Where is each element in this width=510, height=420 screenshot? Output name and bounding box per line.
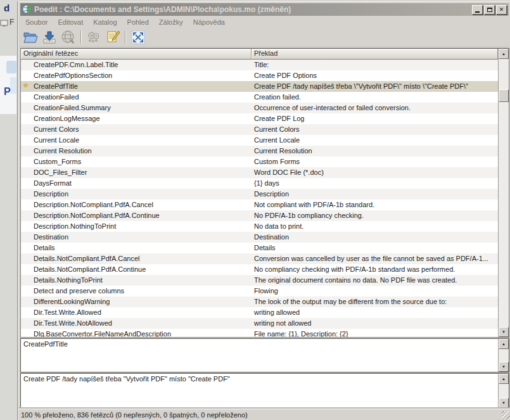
translation-cell[interactable]: Current Colors bbox=[252, 124, 498, 135]
translation-cell[interactable]: No data to print. bbox=[252, 221, 498, 232]
translation-cell[interactable]: Destination bbox=[252, 232, 498, 243]
source-text[interactable]: CreatePdfTitle bbox=[21, 339, 498, 372]
source-string-cell[interactable]: Dlg.BaseConvertor.FileNameAndDescription bbox=[31, 329, 252, 337]
table-row[interactable]: Description.NotCompliant.PdfA.CancelNot … bbox=[21, 200, 498, 210]
scroll-up-icon[interactable]: ▲ bbox=[499, 339, 509, 349]
source-string-cell[interactable]: Description.NothingToPrint bbox=[31, 221, 252, 232]
translation-text-input[interactable]: Create PDF /tady napíšeš třeba "Vytvořit… bbox=[21, 374, 498, 408]
column-header-source[interactable]: Originální řetězec bbox=[21, 49, 252, 60]
table-row[interactable]: Dir.Test.Write.Allowedwriting allowed bbox=[21, 307, 498, 318]
table-row[interactable]: Description.NotCompliant.PdfA.ContinueNo… bbox=[21, 210, 498, 221]
maximize-button[interactable] bbox=[484, 5, 495, 15]
table-row[interactable]: DetailsDetails bbox=[21, 243, 498, 253]
source-string-cell[interactable]: CreationLogMessage bbox=[31, 113, 252, 124]
table-row[interactable]: Current ResolutionCurrent Resolution bbox=[21, 146, 498, 156]
source-string-cell[interactable]: Dir.Test.Write.Allowed bbox=[31, 307, 252, 318]
open-button[interactable] bbox=[22, 29, 39, 46]
source-string-cell[interactable]: Dir.Test.Write.NotAllowed bbox=[31, 318, 252, 329]
source-string-cell[interactable]: DifferentLookingWarning bbox=[31, 296, 252, 307]
source-string-cell[interactable]: Destination bbox=[31, 232, 252, 243]
source-string-cell[interactable]: CreatePDF.Cmn.Label.Title bbox=[31, 60, 252, 70]
menu-item-soubor[interactable]: Soubor bbox=[20, 17, 53, 27]
titlebar[interactable]: Poedit : C:\Documents and Settings\ADMIN… bbox=[20, 3, 509, 16]
table-row[interactable]: Current LocaleCurrent Locale bbox=[21, 135, 498, 146]
translation-cell[interactable]: Current Locale bbox=[252, 135, 498, 146]
translation-cell[interactable]: The look of the output may be different … bbox=[252, 296, 498, 307]
update-button[interactable] bbox=[60, 29, 77, 46]
minimize-button[interactable] bbox=[472, 5, 483, 15]
resize-grip[interactable] bbox=[502, 411, 510, 419]
table-row[interactable]: DescriptionDescription bbox=[21, 189, 498, 200]
translation-cell[interactable]: Custom Forms bbox=[252, 156, 498, 167]
scroll-up-icon[interactable]: ▲ bbox=[499, 49, 509, 59]
source-string-cell[interactable]: Description.NotCompliant.PdfA.Continue bbox=[31, 210, 252, 221]
source-string-cell[interactable]: Details bbox=[31, 243, 252, 253]
source-string-cell[interactable]: Current Colors bbox=[31, 124, 252, 135]
source-string-cell[interactable]: Details.NothingToPrint bbox=[31, 275, 252, 286]
table-row[interactable]: Dir.Test.Write.NotAllowedwriting not all… bbox=[21, 318, 498, 329]
table-row[interactable]: Details.NotCompliant.PdfA.CancelConversi… bbox=[21, 253, 498, 264]
translation-cell[interactable]: writing allowed bbox=[252, 307, 498, 318]
translation-cell[interactable]: Word DOC File (*.doc) bbox=[252, 167, 498, 178]
translation-cell[interactable]: Description bbox=[252, 189, 498, 200]
translation-cell[interactable]: Not compliant with PDF/A-1b standard. bbox=[252, 200, 498, 210]
close-button[interactable]: ✕ bbox=[496, 5, 507, 15]
table-row[interactable]: Dlg.BaseConvertor.FileNameAndDescription… bbox=[21, 329, 498, 337]
translation-cell[interactable]: File name: {1}, Description: {2} bbox=[252, 329, 498, 337]
save-button[interactable] bbox=[41, 29, 58, 46]
source-string-cell[interactable]: Current Locale bbox=[31, 135, 252, 146]
translation-cell[interactable]: Current Resolution bbox=[252, 146, 498, 156]
table-row[interactable]: Custom_FormsCustom Forms bbox=[21, 156, 498, 167]
table-row[interactable]: Details.NothingToPrintThe original docum… bbox=[21, 275, 498, 286]
translation-cell[interactable]: No compliancy checking with PDF/A-1b sta… bbox=[252, 264, 498, 275]
source-panel-scrollbar[interactable]: ▲ ▼ bbox=[498, 339, 509, 372]
translation-cell[interactable]: Flowing bbox=[252, 286, 498, 296]
scroll-up-icon[interactable]: ▲ bbox=[499, 374, 509, 384]
source-string-cell[interactable]: DOC_Files_Filter bbox=[31, 167, 252, 178]
translation-cell[interactable]: Create PDF Log bbox=[252, 113, 498, 124]
column-header-translation[interactable]: Překlad bbox=[252, 49, 498, 60]
table-row[interactable]: DaysFormat{1} days bbox=[21, 178, 498, 189]
table-row[interactable]: Detect and preserve columnsFlowing bbox=[21, 286, 498, 296]
table-scrollbar-track[interactable] bbox=[499, 59, 509, 327]
source-string-cell[interactable]: CreationFailed.Summary bbox=[31, 103, 252, 113]
table-scrollbar-thumb[interactable] bbox=[499, 89, 509, 102]
scroll-down-icon[interactable]: ▼ bbox=[499, 327, 509, 337]
translation-cell[interactable]: Occurrence of user-interacted or failed … bbox=[252, 103, 498, 113]
translation-cell[interactable]: Create PDF /tady napíšeš třeba \"Vytvoři… bbox=[252, 81, 498, 92]
table-row[interactable]: ★CreatePdfTitleCreate PDF /tady napíšeš … bbox=[21, 81, 498, 92]
scroll-down-icon[interactable]: ▼ bbox=[499, 362, 509, 372]
translation-cell[interactable]: Title: bbox=[252, 60, 498, 70]
table-row[interactable]: DifferentLookingWarningThe look of the o… bbox=[21, 296, 498, 307]
fullscreen-button[interactable] bbox=[129, 29, 146, 46]
source-string-cell[interactable]: Detect and preserve columns bbox=[31, 286, 252, 296]
table-scrollbar[interactable]: ▲ ▼ bbox=[498, 49, 509, 337]
source-string-cell[interactable]: DaysFormat bbox=[31, 178, 252, 189]
table-row[interactable]: CreationLogMessageCreate PDF Log bbox=[21, 113, 498, 124]
source-string-cell[interactable]: CreationFailed bbox=[31, 92, 252, 103]
menu-item-nápověda[interactable]: Nápověda bbox=[188, 17, 230, 27]
source-scrollbar-track[interactable] bbox=[499, 349, 509, 362]
menu-item-záložky[interactable]: Záložky bbox=[154, 17, 188, 27]
source-string-cell[interactable]: Custom_Forms bbox=[31, 156, 252, 167]
table-row[interactable]: CreatePDF.Cmn.Label.TitleTitle: bbox=[21, 60, 498, 70]
table-row[interactable]: CreationFailed.SummaryOccurrence of user… bbox=[21, 103, 498, 113]
source-string-cell[interactable]: Description.NotCompliant.PdfA.Cancel bbox=[31, 200, 252, 210]
table-row[interactable]: Current ColorsCurrent Colors bbox=[21, 124, 498, 135]
menu-item-katalog[interactable]: Katalog bbox=[88, 17, 122, 27]
translation-cell[interactable]: writing not allowed bbox=[252, 318, 498, 329]
source-string-cell[interactable]: Details.NotCompliant.PdfA.Cancel bbox=[31, 253, 252, 264]
menu-item-pohled[interactable]: Pohled bbox=[122, 17, 154, 27]
translation-cell[interactable]: No PDF/A-1b compliancy checking. bbox=[252, 210, 498, 221]
translation-panel-scrollbar[interactable]: ▲ ▼ bbox=[498, 374, 509, 408]
translation-scrollbar-track[interactable] bbox=[499, 384, 509, 398]
scroll-down-icon[interactable]: ▼ bbox=[499, 398, 509, 408]
menu-item-editovat[interactable]: Editovat bbox=[53, 17, 88, 27]
table-row[interactable]: Details.NotCompliant.PdfA.ContinueNo com… bbox=[21, 264, 498, 275]
table-row[interactable]: DOC_Files_FilterWord DOC File (*.doc) bbox=[21, 167, 498, 178]
translation-cell[interactable]: Details bbox=[252, 243, 498, 253]
table-row[interactable]: DestinationDestination bbox=[21, 232, 498, 243]
source-string-cell[interactable]: Current Resolution bbox=[31, 146, 252, 156]
source-string-cell[interactable]: Description bbox=[31, 189, 252, 200]
fuzzy-button[interactable] bbox=[85, 29, 102, 46]
